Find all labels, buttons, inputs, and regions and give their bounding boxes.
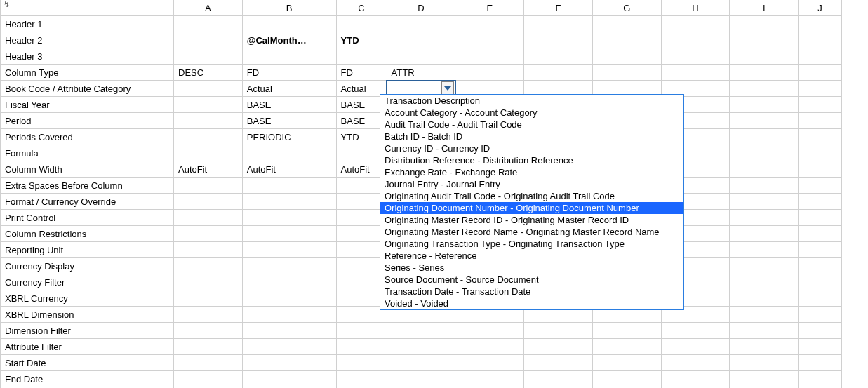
cell[interactable] xyxy=(799,355,842,371)
row-label[interactable]: End Date xyxy=(1,371,174,387)
cell[interactable] xyxy=(799,258,842,274)
row-label[interactable]: Column Width xyxy=(1,161,174,178)
cell[interactable] xyxy=(730,371,799,387)
cell[interactable] xyxy=(592,371,661,387)
cell[interactable] xyxy=(730,339,799,355)
cell[interactable] xyxy=(174,210,243,226)
column-header-j[interactable]: J xyxy=(799,0,842,16)
cell[interactable] xyxy=(524,371,593,387)
cell[interactable] xyxy=(336,48,387,65)
cell[interactable] xyxy=(730,178,799,194)
cell[interactable] xyxy=(661,16,730,32)
row-label[interactable]: Book Code / Attribute Category xyxy=(1,81,174,97)
column-header-a[interactable]: A xyxy=(174,0,243,16)
row-label[interactable]: Currency Display xyxy=(1,258,174,274)
cell[interactable] xyxy=(174,290,243,307)
cell[interactable] xyxy=(387,323,455,339)
cell[interactable] xyxy=(387,48,455,65)
cell[interactable] xyxy=(242,226,336,242)
cell[interactable] xyxy=(799,242,842,258)
cell[interactable] xyxy=(336,16,387,32)
cell[interactable] xyxy=(661,355,730,371)
cell[interactable] xyxy=(799,129,842,145)
cell[interactable] xyxy=(174,16,243,32)
cell[interactable]: @CalMonth… xyxy=(242,32,336,48)
dropdown-option[interactable]: Voided - Voided xyxy=(380,297,683,309)
cell[interactable] xyxy=(730,161,799,178)
cell[interactable] xyxy=(730,242,799,258)
cell[interactable] xyxy=(799,97,842,113)
cell[interactable] xyxy=(174,129,243,145)
row-label[interactable]: Column Type xyxy=(1,65,174,81)
cell[interactable] xyxy=(524,32,593,48)
cell[interactable] xyxy=(799,194,842,210)
cell[interactable] xyxy=(242,258,336,274)
cell[interactable] xyxy=(799,290,842,307)
cell[interactable] xyxy=(799,161,842,178)
cell[interactable]: BASE xyxy=(242,97,336,113)
cell[interactable] xyxy=(799,32,842,48)
cell[interactable] xyxy=(242,145,336,161)
dropdown-option[interactable]: Distribution Reference - Distribution Re… xyxy=(380,154,683,166)
row-label[interactable]: Header 3 xyxy=(1,48,174,65)
cell[interactable] xyxy=(799,81,842,97)
cell[interactable] xyxy=(730,113,799,129)
cell[interactable] xyxy=(455,339,524,355)
cell[interactable] xyxy=(174,339,243,355)
cell[interactable] xyxy=(387,16,455,32)
dropdown-option[interactable]: Transaction Date - Transaction Date xyxy=(380,286,683,297)
cell[interactable] xyxy=(799,48,842,65)
dropdown-option[interactable]: Reference - Reference xyxy=(380,250,683,262)
cell[interactable] xyxy=(730,194,799,210)
cell[interactable] xyxy=(730,81,799,97)
cell[interactable] xyxy=(730,145,799,161)
row-label[interactable]: Fiscal Year xyxy=(1,97,174,113)
cell[interactable] xyxy=(242,323,336,339)
cell[interactable] xyxy=(730,290,799,307)
cell[interactable] xyxy=(730,129,799,145)
column-header-b[interactable]: B xyxy=(242,0,336,16)
row-label[interactable]: Periods Covered xyxy=(1,129,174,145)
cell[interactable] xyxy=(336,323,387,339)
cell[interactable] xyxy=(242,210,336,226)
row-label[interactable]: Dimension Filter xyxy=(1,323,174,339)
cell[interactable] xyxy=(730,226,799,242)
cell[interactable] xyxy=(524,16,593,32)
column-header-g[interactable]: G xyxy=(592,0,661,16)
cell[interactable] xyxy=(174,113,243,129)
cell[interactable] xyxy=(592,16,661,32)
cell[interactable] xyxy=(592,323,661,339)
cell[interactable] xyxy=(242,242,336,258)
row-label[interactable]: Period xyxy=(1,113,174,129)
dropdown-option[interactable]: Exchange Rate - Exchange Rate xyxy=(380,166,683,178)
cell[interactable] xyxy=(799,339,842,355)
cell[interactable] xyxy=(242,355,336,371)
cell[interactable] xyxy=(799,226,842,242)
cell[interactable] xyxy=(174,307,243,323)
cell[interactable] xyxy=(174,355,243,371)
cell[interactable] xyxy=(799,178,842,194)
cell[interactable] xyxy=(455,32,524,48)
cell[interactable] xyxy=(174,178,243,194)
cell[interactable] xyxy=(799,307,842,323)
cell[interactable] xyxy=(661,48,730,65)
cell[interactable] xyxy=(174,81,243,97)
cell[interactable] xyxy=(242,290,336,307)
cell[interactable] xyxy=(174,194,243,210)
cell[interactable] xyxy=(174,48,243,65)
cell[interactable] xyxy=(242,194,336,210)
column-header-d[interactable]: D xyxy=(387,0,455,16)
cell[interactable] xyxy=(242,48,336,65)
cell[interactable] xyxy=(455,371,524,387)
row-label[interactable]: Header 1 xyxy=(1,16,174,32)
cell[interactable] xyxy=(730,355,799,371)
cell[interactable] xyxy=(730,210,799,226)
cell[interactable] xyxy=(661,32,730,48)
dropdown-option[interactable]: Originating Master Record Name - Origina… xyxy=(380,226,683,238)
row-label[interactable]: Start Date xyxy=(1,355,174,371)
row-label[interactable]: Header 2 xyxy=(1,32,174,48)
cell[interactable] xyxy=(242,339,336,355)
cell[interactable] xyxy=(387,339,455,355)
row-label[interactable]: Attribute Filter xyxy=(1,339,174,355)
cell[interactable] xyxy=(524,339,593,355)
